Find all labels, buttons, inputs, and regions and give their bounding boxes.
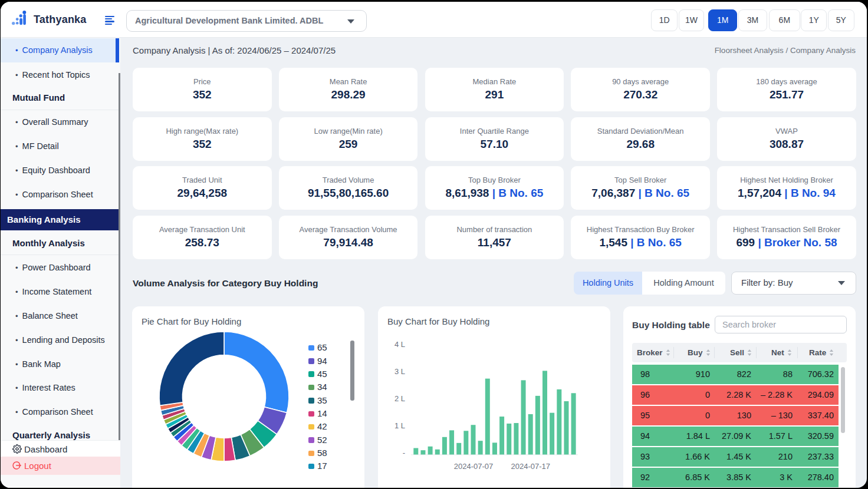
svg-text:3 L: 3 L <box>394 367 405 376</box>
svg-text:2 L: 2 L <box>394 394 405 403</box>
svg-text:4 L: 4 L <box>394 340 405 349</box>
svg-text:1 L: 1 L <box>394 421 405 430</box>
svg-text:-: - <box>403 448 405 457</box>
svg-text:2024-07-17: 2024-07-17 <box>511 462 551 471</box>
svg-text:2024-07-07: 2024-07-07 <box>454 462 494 471</box>
